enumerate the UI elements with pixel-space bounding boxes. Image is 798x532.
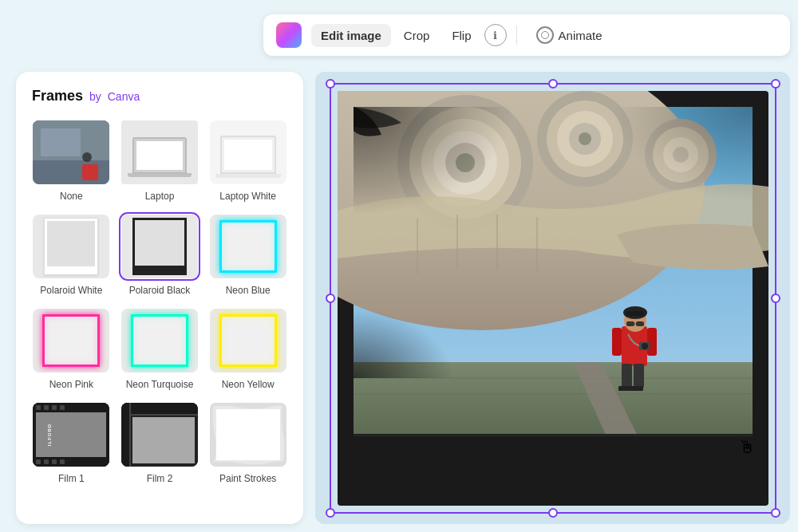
- frame-item-laptop-white[interactable]: Laptop White: [208, 120, 287, 202]
- polaroid-black-img: [135, 220, 184, 266]
- svg-rect-3: [82, 164, 98, 180]
- brand-label: Canva: [108, 90, 140, 103]
- frame-thumb-neon-yellow: [210, 309, 286, 372]
- film2-content: [132, 417, 195, 463]
- svg-point-4: [82, 152, 92, 162]
- animate-button[interactable]: Animate: [527, 22, 612, 49]
- frame-thumb-paint-strokes: [210, 403, 286, 467]
- canva-logo: [276, 22, 302, 48]
- canvas-area: 🖱: [315, 72, 790, 524]
- frame-thumb-film1: ILFORD: [33, 403, 109, 467]
- frame-thumb-polaroid-white: [33, 215, 109, 278]
- frame-thumb-polaroid-black: [121, 215, 198, 278]
- frame-label-laptop-white: Laptop White: [219, 191, 276, 202]
- frame-item-neon-yellow[interactable]: Neon Yellow: [208, 309, 287, 390]
- handle-bot-mid[interactable]: [548, 508, 558, 518]
- handle-top-left[interactable]: [326, 79, 335, 89]
- neon-pink-border: [42, 314, 100, 367]
- frame-thumb-neon-blue: [210, 215, 286, 278]
- handle-bot-right[interactable]: [771, 508, 780, 518]
- frame-label-neon-yellow: Neon Yellow: [222, 379, 275, 390]
- main-image: [338, 91, 768, 506]
- svg-rect-38: [630, 386, 643, 391]
- handle-top-mid[interactable]: [548, 79, 558, 89]
- flip-button[interactable]: Flip: [442, 24, 480, 47]
- frame-label-neon-blue: Neon Blue: [226, 285, 271, 296]
- edit-image-button[interactable]: Edit image: [311, 24, 391, 47]
- neon-yellow-border: [219, 314, 277, 367]
- panel-title: Frames: [32, 88, 83, 104]
- svg-rect-6: [216, 409, 280, 460]
- info-button[interactable]: ℹ: [484, 24, 507, 46]
- frame-item-none[interactable]: None: [32, 120, 111, 202]
- laptop-body: [132, 137, 187, 174]
- frame-label-none: None: [60, 191, 83, 202]
- frame-thumb-film2: [121, 403, 198, 467]
- film1-edge-top: [33, 403, 109, 412]
- neon-blue-border: [219, 220, 277, 273]
- handle-mid-right[interactable]: [771, 294, 780, 303]
- frames-panel: Frames by Canva None: [16, 72, 303, 524]
- frame-label-neon-pink: Neon Pink: [49, 379, 93, 390]
- frames-grid: None Laptop: [32, 120, 287, 484]
- film1-brand-label: ILFORD: [48, 424, 53, 446]
- toolbar: Edit image Crop Flip ℹ Animate: [263, 14, 790, 56]
- frame-label-laptop: Laptop: [145, 191, 175, 202]
- film1-content: ILFORD: [36, 412, 106, 457]
- frame-thumb-none: [33, 120, 109, 184]
- neon-turquoise-border: [131, 314, 188, 367]
- frame-item-paint-strokes[interactable]: Paint Strokes: [208, 403, 287, 484]
- film1-edge-bottom: [33, 457, 109, 467]
- panel-by: by Canva: [89, 90, 140, 103]
- svg-rect-37: [618, 386, 631, 391]
- frame-label-film2: Film 2: [147, 473, 173, 484]
- laptop-screen: [136, 141, 183, 170]
- svg-rect-51: [354, 434, 753, 491]
- frame-thumb-laptop-white: [210, 120, 286, 184]
- frame-label-paint-strokes: Paint Strokes: [219, 473, 276, 484]
- image-container[interactable]: 🖱: [338, 91, 768, 506]
- frame-item-neon-turquoise[interactable]: Neon Turquoise: [120, 309, 200, 390]
- handle-top-right[interactable]: [771, 79, 780, 89]
- polaroid-black-card: [132, 218, 187, 275]
- frame-label-neon-turquoise: Neon Turquoise: [126, 379, 194, 390]
- handle-mid-left[interactable]: [326, 294, 335, 303]
- polaroid-white-card: [44, 218, 98, 275]
- animate-icon: [536, 26, 554, 44]
- film1-strip: ILFORD: [33, 403, 109, 467]
- animate-label: Animate: [559, 29, 602, 42]
- laptop-white-screen: [224, 140, 272, 170]
- frame-item-polaroid-black[interactable]: Polaroid Black: [120, 215, 200, 296]
- frame-item-neon-pink[interactable]: Neon Pink: [32, 309, 111, 390]
- toolbar-divider: [516, 26, 517, 45]
- frame-item-laptop[interactable]: Laptop: [120, 120, 200, 202]
- laptop-white-base: [215, 174, 281, 178]
- svg-rect-2: [41, 128, 81, 156]
- film2-border-top: [121, 403, 198, 416]
- laptop-white-body: [220, 136, 276, 174]
- frame-item-film1[interactable]: ILFORD Film 1: [32, 403, 111, 484]
- film2-border-left: [121, 403, 131, 467]
- frame-label-polaroid-white: Polaroid White: [40, 285, 102, 296]
- frame-label-polaroid-black: Polaroid Black: [129, 285, 191, 296]
- crop-button[interactable]: Crop: [394, 24, 440, 47]
- frame-item-polaroid-white[interactable]: Polaroid White: [32, 215, 111, 296]
- frame-thumb-neon-turquoise: [121, 309, 198, 372]
- polaroid-white-img: [47, 221, 95, 266]
- frame-label-film1: Film 1: [58, 473, 85, 484]
- panel-header: Frames by Canva: [32, 88, 287, 104]
- svg-rect-49: [354, 107, 753, 378]
- handle-bot-left[interactable]: [326, 508, 335, 518]
- frame-thumb-laptop: [121, 120, 198, 184]
- frame-item-film2[interactable]: Film 2: [120, 403, 200, 484]
- frame-thumb-neon-pink: [33, 309, 109, 372]
- frame-item-neon-blue[interactable]: Neon Blue: [208, 215, 287, 296]
- film2-inner: [121, 403, 198, 467]
